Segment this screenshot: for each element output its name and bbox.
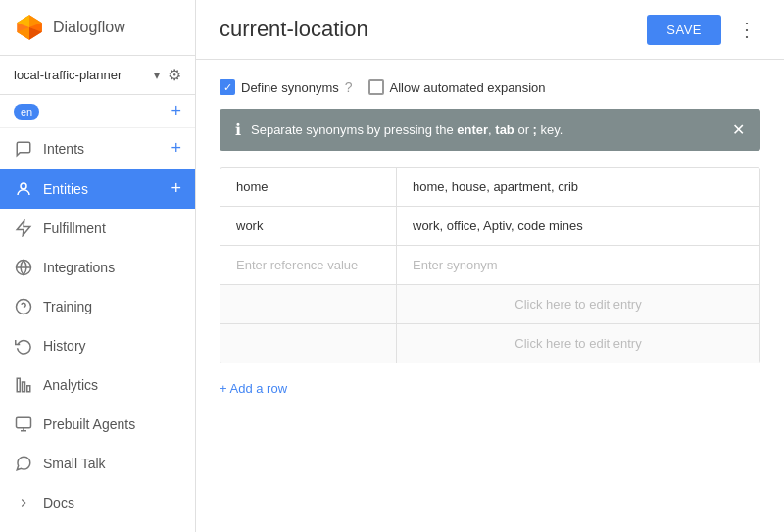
history-icon bbox=[14, 336, 33, 356]
table-row-click-edit-1[interactable]: Click here to edit entry bbox=[220, 285, 760, 324]
sidebar-item-small-talk[interactable]: Small Talk bbox=[0, 444, 195, 483]
more-options-icon[interactable]: ⋮ bbox=[733, 14, 760, 45]
sidebar-item-analytics[interactable]: Analytics bbox=[0, 365, 195, 405]
entity-ref-placeholder[interactable]: Enter reference value bbox=[220, 246, 397, 284]
sidebar-item-label-small-talk: Small Talk bbox=[43, 456, 106, 471]
sidebar-item-history[interactable]: History bbox=[0, 326, 195, 365]
add-row-button[interactable]: + Add a row bbox=[220, 377, 287, 400]
define-synonyms-label: Define synonyms bbox=[241, 80, 339, 95]
dialogflow-logo bbox=[14, 12, 45, 43]
svg-marker-7 bbox=[17, 221, 30, 236]
help-icon[interactable]: ? bbox=[345, 79, 353, 95]
define-synonyms-checkbox[interactable]: ✓ bbox=[220, 79, 235, 95]
sidebar-item-fulfillment[interactable]: Fulfillment bbox=[0, 209, 195, 248]
add-language-button[interactable]: + bbox=[171, 101, 181, 121]
logo-area: Dialogflow bbox=[0, 0, 195, 56]
svg-rect-13 bbox=[17, 417, 31, 428]
main-header: current-location SAVE ⋮ bbox=[196, 0, 784, 60]
sidebar-item-label-analytics: Analytics bbox=[43, 377, 98, 393]
options-row: ✓ Define synonyms ? Allow automated expa… bbox=[220, 79, 760, 95]
click-edit-cell-1[interactable] bbox=[220, 285, 397, 323]
click-edit-cell-2[interactable] bbox=[220, 324, 397, 363]
sidebar-item-label-history: History bbox=[43, 338, 86, 354]
table-row[interactable]: home home, house, apartment, crib bbox=[220, 168, 760, 207]
close-banner-icon[interactable]: ✕ bbox=[732, 121, 745, 139]
entity-icon bbox=[14, 179, 33, 199]
project-name: local-traffic-planner bbox=[14, 68, 150, 82]
sidebar-item-intents[interactable]: Intents + bbox=[0, 128, 195, 169]
click-edit-label-2[interactable]: Click here to edit entry bbox=[397, 324, 760, 363]
svg-rect-11 bbox=[23, 382, 25, 392]
sidebar-item-label-intents: Intents bbox=[43, 141, 84, 157]
language-row: en + bbox=[0, 95, 195, 128]
prebuilt-icon bbox=[14, 414, 33, 434]
sidebar-item-docs[interactable]: Docs bbox=[0, 483, 195, 522]
training-icon bbox=[14, 297, 33, 316]
sidebar-item-label-entities: Entities bbox=[43, 181, 88, 197]
main-content: ✓ Define synonyms ? Allow automated expa… bbox=[196, 60, 784, 532]
entity-synonyms-home[interactable]: home, house, apartment, crib bbox=[397, 168, 760, 206]
sidebar-item-label-prebuilt: Prebuilt Agents bbox=[43, 416, 135, 432]
add-entity-button[interactable]: + bbox=[171, 178, 181, 199]
allow-expansion-option[interactable]: Allow automated expansion bbox=[368, 79, 546, 95]
fulfillment-icon bbox=[14, 218, 33, 238]
allow-expansion-label: Allow automated expansion bbox=[390, 80, 546, 95]
sidebar-item-prebuilt-agents[interactable]: Prebuilt Agents bbox=[0, 405, 195, 444]
entity-synonym-placeholder[interactable]: Enter synonym bbox=[397, 246, 760, 284]
page-title: current-location bbox=[220, 17, 635, 42]
small-talk-icon bbox=[14, 454, 33, 473]
language-badge[interactable]: en bbox=[14, 104, 39, 120]
sidebar-item-label-docs: Docs bbox=[43, 495, 74, 510]
svg-rect-12 bbox=[27, 386, 30, 392]
logo-text: Dialogflow bbox=[53, 19, 125, 36]
sidebar-item-label-fulfillment: Fulfillment bbox=[43, 220, 106, 236]
table-row[interactable]: work work, office, Aptiv, code mines bbox=[220, 207, 760, 246]
entity-ref-work[interactable]: work bbox=[220, 207, 397, 245]
define-synonyms-option[interactable]: ✓ Define synonyms ? bbox=[220, 79, 353, 95]
analytics-icon bbox=[14, 375, 33, 395]
project-selector[interactable]: local-traffic-planner ▾ ⚙ bbox=[0, 56, 195, 95]
click-edit-label-1[interactable]: Click here to edit entry bbox=[397, 285, 760, 323]
integrations-icon bbox=[14, 258, 33, 277]
main-area: current-location SAVE ⋮ ✓ Define synonym… bbox=[196, 0, 784, 532]
chat-icon bbox=[14, 139, 33, 159]
info-banner: ℹ Separate synonyms by pressing the ente… bbox=[220, 109, 760, 151]
settings-icon[interactable]: ⚙ bbox=[168, 66, 181, 84]
entity-ref-home[interactable]: home bbox=[220, 168, 397, 206]
info-text: Separate synonyms by pressing the enter,… bbox=[251, 122, 722, 137]
info-icon: ℹ bbox=[235, 121, 241, 139]
entity-table: home home, house, apartment, crib work w… bbox=[220, 167, 760, 363]
svg-rect-10 bbox=[17, 378, 20, 392]
sidebar-item-entities[interactable]: Entities + bbox=[0, 169, 195, 209]
entity-synonyms-work[interactable]: work, office, Aptiv, code mines bbox=[397, 207, 760, 245]
sidebar-item-integrations[interactable]: Integrations bbox=[0, 248, 195, 287]
table-row-click-edit-2[interactable]: Click here to edit entry bbox=[220, 324, 760, 363]
sidebar-item-label-training: Training bbox=[43, 299, 92, 314]
table-row-placeholder[interactable]: Enter reference value Enter synonym bbox=[220, 246, 760, 285]
add-intent-button[interactable]: + bbox=[171, 138, 181, 159]
save-button[interactable]: SAVE bbox=[647, 15, 721, 45]
dropdown-arrow-icon[interactable]: ▾ bbox=[154, 69, 160, 82]
docs-icon bbox=[14, 493, 33, 512]
sidebar: Dialogflow local-traffic-planner ▾ ⚙ en … bbox=[0, 0, 196, 532]
allow-expansion-checkbox[interactable] bbox=[368, 79, 384, 95]
sidebar-item-training[interactable]: Training bbox=[0, 287, 195, 326]
svg-point-6 bbox=[21, 183, 26, 189]
sidebar-item-label-integrations: Integrations bbox=[43, 260, 115, 275]
